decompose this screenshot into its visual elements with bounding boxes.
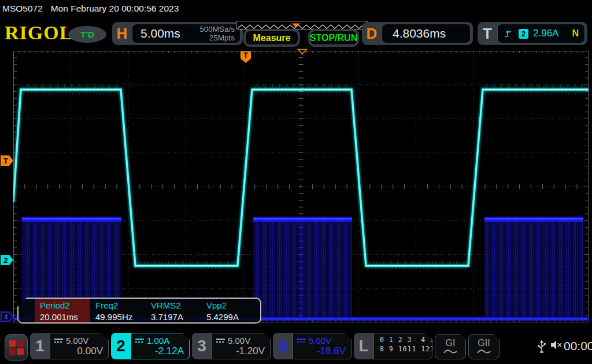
dc-coupling-icon [54, 338, 63, 343]
measurement-panel[interactable]: Period220.001ms Freq249.995Hz VRMS23.719… [17, 298, 261, 324]
channel4-ground-marker[interactable]: 4 [1, 311, 13, 322]
usb-icon [537, 340, 546, 355]
channel-3-button[interactable]: 3 5.00V -1.20V [192, 333, 271, 359]
measurement-vpp[interactable]: Vpp25.4299A [201, 299, 257, 322]
horizontal-timebase-group[interactable]: H 5.00ms 500MSa/s 25Mpts [112, 22, 243, 45]
channel-1-number: 1 [35, 337, 45, 355]
rising-edge-icon [504, 28, 514, 39]
trigger-settings-group[interactable]: T 2 2.96A N [478, 22, 587, 45]
waveform-overview-bar[interactable] [236, 21, 368, 29]
measurement-period[interactable]: Period220.001ms [35, 299, 90, 322]
h-label: H [112, 25, 132, 43]
measurement-vrms[interactable]: VRMS23.7197A [146, 299, 201, 322]
channel-3-scale: 5.00V [228, 336, 250, 346]
recording-clock: 00:00 [564, 339, 592, 353]
sine-wave-icon [443, 348, 457, 355]
trigger-source-badge: 2 [519, 29, 528, 39]
channel-4-scale: 5.00V [309, 336, 331, 346]
dc-coupling-icon [216, 338, 225, 343]
channel-2-scale: 1.00A [147, 336, 169, 346]
channel-2-offset: -2.12A [155, 346, 184, 357]
trigger-delay-group[interactable]: D 4.8036ms [362, 22, 473, 45]
d-label: D [362, 25, 382, 43]
trigger-level-value: 2.96A [533, 28, 558, 39]
trigger-delay-value: 4.8036ms [382, 27, 446, 40]
generator-1-button[interactable]: GI [435, 334, 466, 359]
measure-button[interactable]: Measure [245, 31, 298, 45]
trigger-sweep-mode: N [572, 28, 584, 39]
horizontal-reference-icon [297, 49, 308, 55]
channel-4-button[interactable]: 4 5.00V -18.6V [273, 333, 352, 359]
channel-1-button[interactable]: 1 5.00V 0.00V [30, 333, 109, 359]
rigol-logo: RIGOL [5, 22, 73, 44]
main-menu-button[interactable] [5, 334, 28, 361]
sine-wave-icon [477, 348, 491, 355]
channel-2-number: 2 [116, 337, 125, 355]
graticule-and-traces [13, 51, 589, 322]
t-label: T [478, 25, 497, 43]
datetime: Mon February 20 00:00:56 2023 [51, 3, 179, 13]
channel-1-scale: 5.00V [66, 336, 88, 346]
waveform-display-area[interactable] [13, 51, 589, 322]
channel2-ground-marker[interactable]: 2 [1, 255, 13, 265]
trigger-status-badge: T'D [68, 26, 106, 43]
channel-3-offset: -1.20V [236, 346, 265, 357]
sample-rate: 500MSa/s [199, 25, 235, 34]
acquisition-info: 500MSa/s 25Mpts [199, 25, 240, 42]
channel-3-number: 3 [197, 337, 206, 355]
trigger-level-marker[interactable]: T [1, 155, 13, 166]
measurement-freq[interactable]: Freq249.995Hz [90, 299, 146, 322]
model-name: MSO5072 [2, 3, 43, 13]
logic-channels-button[interactable]: L 0 1 2 3 4 5 6 78 9 1011 12131415 [354, 333, 432, 359]
generator-2-button[interactable]: GII [468, 334, 500, 359]
dc-coupling-icon [135, 338, 144, 343]
stop-run-button[interactable]: STOP/RUN [310, 31, 357, 45]
memory-depth: 25Mpts [209, 34, 235, 42]
channel-2-button[interactable]: 2 1.00A -2.12A [111, 333, 190, 359]
channel-4-number: 4 [278, 337, 287, 355]
oscilloscope-screen: MSO5072Mon February 20 00:00:56 2023 RIG… [0, 0, 592, 364]
speaker-muted-icon[interactable] [550, 340, 563, 350]
logic-label: L [358, 337, 368, 355]
channel-4-offset: -18.6V [317, 346, 346, 357]
channel-1-offset: 0.00V [77, 346, 103, 357]
waveform-overview-zigzag [236, 23, 366, 29]
menu-grid-icon [9, 340, 24, 355]
timebase-value: 5.00ms [132, 27, 180, 40]
dc-coupling-icon [297, 338, 306, 343]
system-titlebar: MSO5072Mon February 20 00:00:56 2023 [2, 3, 179, 14]
